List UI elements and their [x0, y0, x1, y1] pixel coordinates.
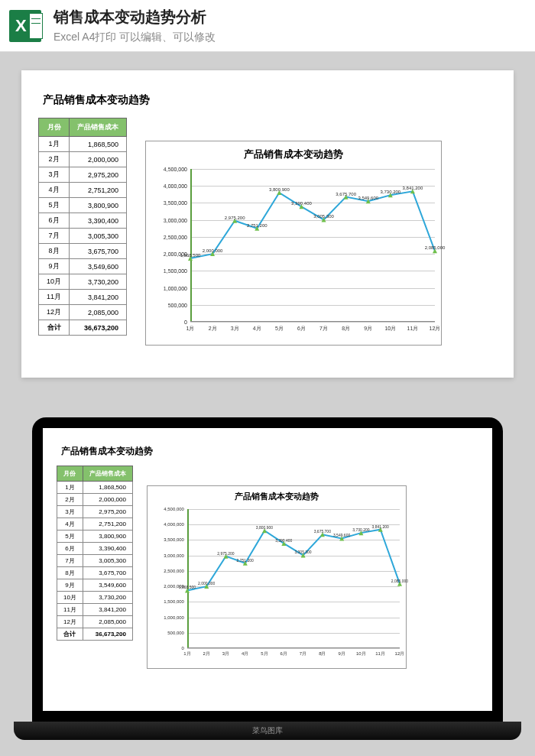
x-tick-label: 12月: [430, 325, 441, 333]
x-tick-label: 6月: [280, 651, 287, 657]
x-tick-label: 10月: [384, 325, 396, 333]
table-row: 10月3,730,200: [39, 274, 127, 290]
data-label: 3,390,400: [291, 201, 312, 206]
x-tick-label: 8月: [319, 651, 326, 657]
table-row: 2月2,000,000: [57, 494, 133, 506]
x-tick-label: 3月: [231, 325, 239, 333]
table-total-row: 合计36,673,200: [39, 320, 127, 336]
chart-plot: 0500,0001,000,0001,500,0002,000,0002,500…: [190, 169, 435, 322]
data-label: 2,000,000: [203, 248, 223, 253]
y-tick-label: 3,000,000: [164, 217, 187, 222]
trend-chart: 产品销售成本变动趋势 0500,0001,000,0001,500,0002,0…: [145, 141, 442, 346]
table-row: 8月3,675,700: [57, 567, 133, 579]
page-title: 销售成本变动趋势分析: [54, 7, 216, 28]
data-label: 3,005,300: [313, 214, 334, 219]
table-total-row: 合计36,673,200: [57, 628, 133, 641]
table-row: 4月2,751,200: [57, 518, 133, 530]
y-tick-label: 3,500,000: [164, 537, 184, 542]
x-tick-label: 1月: [186, 325, 195, 333]
y-tick-label: 0: [184, 320, 187, 325]
y-tick-label: 2,500,000: [164, 234, 187, 239]
y-tick-label: 1,000,000: [164, 285, 187, 290]
y-tick-label: 3,000,000: [164, 553, 184, 558]
y-tick-label: 4,500,000: [164, 507, 184, 511]
y-tick-label: 4,500,000: [164, 167, 187, 172]
table-row: 8月3,675,700: [39, 244, 127, 259]
page-subtitle: Excel A4打印 可以编辑、可以修改: [54, 31, 216, 44]
y-tick-label: 500,000: [167, 631, 184, 635]
data-label: 2,975,200: [225, 216, 245, 220]
x-tick-label: 6月: [297, 325, 306, 333]
data-label: 3,730,200: [380, 190, 400, 194]
data-label: 3,800,900: [269, 187, 290, 192]
table-row: 1月1,868,500: [39, 137, 127, 152]
x-tick-label: 4月: [242, 651, 248, 657]
table-row: 5月3,800,900: [39, 198, 127, 213]
data-label: 2,975,200: [217, 550, 234, 555]
data-label: 2,085,000: [425, 245, 446, 250]
table-row: 1月1,868,500: [57, 482, 133, 494]
x-tick-label: 4月: [253, 325, 261, 333]
data-label: 3,841,200: [403, 186, 423, 190]
data-label: 2,751,200: [247, 223, 268, 228]
x-tick-label: 12月: [395, 651, 405, 657]
x-tick-label: 10月: [356, 651, 366, 657]
table-body: 1月1,868,5002月2,000,0003月2,975,2004月2,751…: [57, 482, 133, 641]
table-row: 7月3,005,300: [57, 555, 133, 567]
data-label: 3,841,200: [372, 524, 389, 528]
x-tick-label: 2月: [203, 651, 210, 657]
data-label: 1,868,500: [179, 585, 196, 589]
x-tick-label: 3月: [222, 651, 229, 657]
data-label: 2,085,000: [391, 578, 408, 582]
y-tick-label: 3,500,000: [164, 200, 187, 206]
table-row: 12月2,085,000: [39, 305, 127, 320]
table-row: 10月3,730,200: [57, 592, 133, 604]
cost-table: 月份 产品销售成本 1月1,868,5002月2,000,0003月2,975,…: [57, 466, 133, 641]
table-row: 9月3,549,600: [39, 259, 127, 274]
data-label: 3,005,300: [294, 550, 311, 554]
cost-table: 月份 产品销售成本 1月1,868,5002月2,000,0003月2,975,…: [38, 118, 127, 336]
table-row: 7月3,005,300: [39, 229, 127, 244]
data-label: 3,549,600: [358, 196, 378, 200]
x-tick-label: 9月: [364, 325, 372, 333]
chart-title: 产品销售成本变动趋势: [148, 486, 406, 507]
x-tick-label: 7月: [300, 651, 306, 657]
x-tick-label: 11月: [407, 325, 419, 333]
x-tick-label: 8月: [342, 325, 350, 333]
data-label: 3,800,900: [256, 525, 273, 530]
col-cost: 产品销售成本: [70, 118, 127, 137]
x-tick-label: 9月: [338, 651, 345, 657]
y-tick-label: 1,500,000: [164, 599, 184, 604]
x-tick-label: 7月: [319, 325, 328, 333]
data-label: 2,751,200: [237, 558, 254, 563]
table-row: 5月3,800,900: [57, 530, 133, 543]
data-label: 1,868,500: [180, 253, 201, 258]
table-row: 12月2,085,000: [57, 616, 133, 628]
table-body: 1月1,868,5002月2,000,0003月2,975,2004月2,751…: [39, 137, 127, 336]
chart-title: 产品销售成本变动趋势: [146, 141, 441, 164]
table-row: 11月3,841,200: [39, 290, 127, 305]
x-tick-label: 1月: [183, 651, 190, 657]
data-label: 3,730,200: [352, 527, 369, 532]
data-label: 3,549,600: [333, 533, 350, 537]
preview-page-1: 产品销售成本变动趋势 月份 产品销售成本 1月1,868,5002月2,000,…: [21, 70, 514, 378]
data-label: 3,390,400: [275, 538, 292, 543]
x-tick-label: 2月: [209, 325, 217, 333]
table-row: 11月3,841,200: [57, 604, 133, 616]
x-tick-label: 5月: [275, 325, 284, 333]
laptop-screen: 产品销售成本变动趋势 月份 产品销售成本 1月1,868,5002月2,000,…: [43, 428, 492, 711]
trend-chart: 产品销售成本变动趋势 0500,0001,000,0001,500,0002,0…: [147, 485, 407, 669]
y-tick-label: 1,000,000: [164, 615, 184, 620]
laptop-frame: 产品销售成本变动趋势 月份 产品销售成本 1月1,868,5002月2,000,…: [32, 417, 503, 722]
col-month: 月份: [57, 466, 83, 482]
y-tick-label: 2,500,000: [164, 569, 184, 573]
table-row: 3月2,975,200: [57, 506, 133, 518]
page-header: 销售成本变动趋势分析 Excel A4打印 可以编辑、可以修改: [0, 0, 535, 52]
x-tick-label: 5月: [261, 651, 268, 657]
laptop-base: 菜鸟图库: [14, 722, 521, 740]
y-tick-label: 1,500,000: [164, 268, 187, 274]
y-tick-label: 500,000: [168, 302, 187, 307]
table-row: 3月2,975,200: [39, 167, 127, 183]
section-title: 产品销售成本变动趋势: [61, 445, 478, 458]
section-title: 产品销售成本变动趋势: [43, 93, 497, 107]
